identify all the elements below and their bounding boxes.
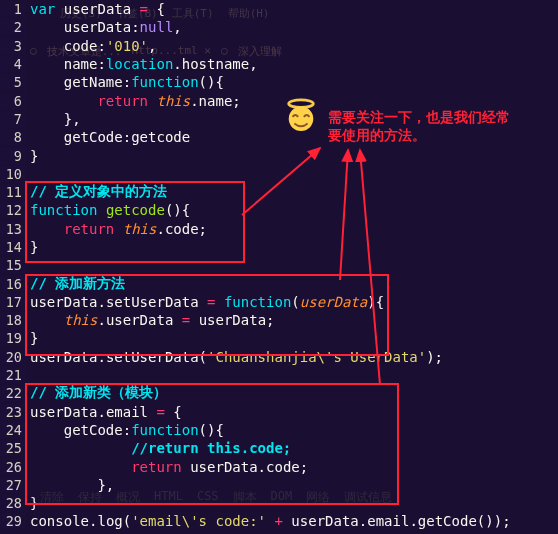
code-line[interactable]: getCode:function(){ bbox=[26, 422, 224, 438]
line-number: 25 bbox=[0, 440, 26, 456]
code-editor[interactable]: 历史(S)书签(B)工具(T)帮助(H) ○技术文章是...Http...tml… bbox=[0, 0, 558, 534]
code-line[interactable]: // 添加新类（模块） bbox=[26, 384, 167, 402]
code-line[interactable]: }, bbox=[26, 111, 81, 127]
angel-emoji-icon bbox=[284, 98, 318, 132]
code-line[interactable]: } bbox=[26, 495, 38, 511]
code-line[interactable]: } bbox=[26, 239, 38, 255]
line-number: 2 bbox=[0, 19, 26, 35]
code-line[interactable]: // 添加新方法 bbox=[26, 275, 125, 293]
line-number: 3 bbox=[0, 38, 26, 54]
code-line[interactable]: userData.email = { bbox=[26, 404, 182, 420]
code-line[interactable]: //return this.code; bbox=[26, 440, 291, 456]
code-line[interactable]: return this.code; bbox=[26, 221, 207, 237]
code-line[interactable]: console.log('email\'s code:' + userData.… bbox=[26, 513, 511, 529]
code-line[interactable]: } bbox=[26, 148, 38, 164]
svg-point-4 bbox=[289, 107, 314, 132]
line-number: 23 bbox=[0, 404, 26, 420]
line-number: 17 bbox=[0, 294, 26, 310]
code-line[interactable]: return this.name; bbox=[26, 93, 241, 109]
line-number: 18 bbox=[0, 312, 26, 328]
svg-point-3 bbox=[289, 100, 314, 108]
code-line[interactable]: userData:null, bbox=[26, 19, 182, 35]
code-line[interactable]: code:'010', bbox=[26, 38, 156, 54]
line-number: 26 bbox=[0, 459, 26, 475]
code-line[interactable]: function getcode(){ bbox=[26, 202, 190, 218]
code-line[interactable]: return userData.code; bbox=[26, 459, 308, 475]
annotation-text: 需要关注一下，也是我们经常 要使用的方法。 bbox=[328, 108, 510, 144]
line-number: 14 bbox=[0, 239, 26, 255]
line-number: 5 bbox=[0, 74, 26, 90]
line-number: 27 bbox=[0, 477, 26, 493]
line-number: 19 bbox=[0, 330, 26, 346]
code-line[interactable]: getCode:getcode bbox=[26, 129, 190, 145]
code-line[interactable]: } bbox=[26, 330, 38, 346]
line-number: 28 bbox=[0, 495, 26, 511]
code-line[interactable]: userData.setUserData('Chuanshanjia\'s Us… bbox=[26, 349, 443, 365]
code-line[interactable]: userData.setUserData = function(userData… bbox=[26, 294, 384, 310]
line-number: 21 bbox=[0, 367, 26, 383]
line-number: 7 bbox=[0, 111, 26, 127]
line-number: 15 bbox=[0, 257, 26, 273]
code-line[interactable]: this.userData = userData; bbox=[26, 312, 275, 328]
line-number: 9 bbox=[0, 148, 26, 164]
line-number: 12 bbox=[0, 202, 26, 218]
line-number: 22 bbox=[0, 385, 26, 401]
code-line[interactable]: }, bbox=[26, 477, 114, 493]
code-line[interactable]: // 定义对象中的方法 bbox=[26, 183, 167, 201]
line-number: 13 bbox=[0, 221, 26, 237]
line-number: 1 bbox=[0, 1, 26, 17]
line-number: 4 bbox=[0, 56, 26, 72]
line-number: 8 bbox=[0, 129, 26, 145]
line-number: 16 bbox=[0, 276, 26, 292]
line-number: 24 bbox=[0, 422, 26, 438]
line-number: 11 bbox=[0, 184, 26, 200]
line-number: 20 bbox=[0, 349, 26, 365]
code-line[interactable]: getName:function(){ bbox=[26, 74, 224, 90]
line-number: 29 bbox=[0, 513, 26, 529]
line-number: 6 bbox=[0, 93, 26, 109]
line-number: 10 bbox=[0, 166, 26, 182]
code-line[interactable]: name:location.hostname, bbox=[26, 56, 258, 72]
code-line[interactable]: var userData = { bbox=[26, 1, 165, 17]
